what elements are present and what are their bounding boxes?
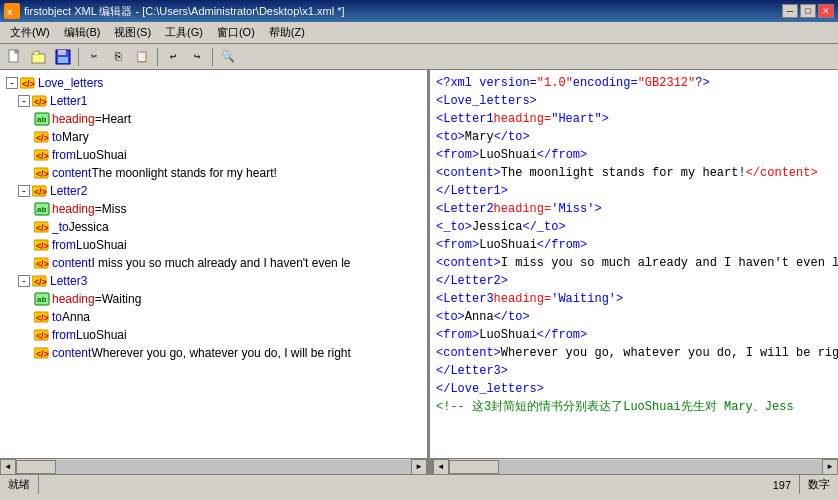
- app-icon: X: [4, 3, 20, 19]
- restore-button[interactable]: □: [800, 4, 816, 18]
- title-bar-buttons[interactable]: ─ □ ✕: [782, 4, 834, 18]
- list-item[interactable]: - < /> Letter2: [2, 182, 425, 200]
- toolbar-copy-button[interactable]: ⎘: [107, 46, 129, 68]
- svg-text:/>: />: [41, 241, 49, 251]
- list-item[interactable]: ab heading = Miss: [2, 200, 425, 218]
- list-item[interactable]: < /> from LuoShuai: [2, 236, 425, 254]
- list-item[interactable]: < /> to Anna: [2, 308, 425, 326]
- menu-tools[interactable]: 工具(G): [159, 23, 209, 42]
- scroll-right-button-right[interactable]: ►: [822, 459, 838, 475]
- scrollbar-panel: ◄ ► ◄ ►: [0, 458, 838, 474]
- list-item[interactable]: < /> content The moonlight stands for my…: [2, 164, 425, 182]
- expand-love-letters[interactable]: -: [6, 77, 18, 89]
- tree-panel: - < /> Love_letters - <: [0, 70, 430, 458]
- element-icon: < />: [34, 220, 50, 234]
- xml-line: <Love_letters>: [436, 92, 832, 110]
- list-item[interactable]: < /> from LuoShuai: [2, 146, 425, 164]
- xml-line: </Letter2>: [436, 272, 832, 290]
- window-title: firstobject XML 编辑器 - [C:\Users\Administ…: [24, 4, 345, 19]
- list-item[interactable]: < /> content Wherever you go, whatever y…: [2, 344, 425, 362]
- xml-source-panel[interactable]: <?xml version="1.0" encoding="GB2312"?> …: [430, 70, 838, 458]
- scroll-right-button[interactable]: ►: [411, 459, 427, 475]
- xml-line: <Letter1 heading="Heart">: [436, 110, 832, 128]
- toolbar-separator-2: [157, 48, 158, 66]
- title-bar-left: X firstobject XML 编辑器 - [C:\Users\Admini…: [4, 3, 345, 19]
- tree-attr-value: Waiting: [102, 292, 142, 306]
- toolbar-undo-button[interactable]: ↩: [162, 46, 184, 68]
- element-icon: < />: [34, 310, 50, 324]
- tree-node-label: from: [52, 148, 76, 162]
- list-item[interactable]: - < /> Letter1: [2, 92, 425, 110]
- svg-text:X: X: [7, 8, 13, 17]
- close-button[interactable]: ✕: [818, 4, 834, 18]
- toolbar-save-button[interactable]: [52, 46, 74, 68]
- xml-line: <_to>Jessica</_to>: [436, 218, 832, 236]
- menu-edit[interactable]: 编辑(B): [58, 23, 107, 42]
- element-icon: < />: [34, 238, 50, 252]
- svg-text:/>: />: [39, 97, 47, 107]
- scroll-track-left[interactable]: [16, 460, 411, 474]
- tree-node-label: to: [52, 130, 62, 144]
- menu-help[interactable]: 帮助(Z): [263, 23, 311, 42]
- svg-text:ab: ab: [37, 295, 46, 304]
- menu-file[interactable]: 文件(W): [4, 23, 56, 42]
- list-item[interactable]: < /> content I miss you so much already …: [2, 254, 425, 272]
- toolbar-paste-button[interactable]: 📋: [131, 46, 153, 68]
- svg-text:/>: />: [39, 277, 47, 287]
- toolbar-find-button[interactable]: 🔍: [217, 46, 239, 68]
- list-item[interactable]: - < /> Letter3: [2, 272, 425, 290]
- element-icon: < />: [34, 256, 50, 270]
- title-bar: X firstobject XML 编辑器 - [C:\Users\Admini…: [0, 0, 838, 22]
- xml-line: </Love_letters>: [436, 380, 832, 398]
- tree-attr-label: heading: [52, 202, 95, 216]
- list-item[interactable]: < /> to Mary: [2, 128, 425, 146]
- xml-line: <content>I miss you so much already and …: [436, 254, 832, 272]
- tree-node-label: Love_letters: [38, 76, 103, 90]
- tree-node-label: Letter2: [50, 184, 87, 198]
- scroll-thumb-left[interactable]: [16, 460, 56, 474]
- svg-text:/>: />: [39, 187, 47, 197]
- expand-letter3[interactable]: -: [18, 275, 30, 287]
- toolbar-open-button[interactable]: [28, 46, 50, 68]
- svg-rect-3: [32, 54, 45, 63]
- xml-line: <content>The moonlight stands for my hea…: [436, 164, 832, 182]
- minimize-button[interactable]: ─: [782, 4, 798, 18]
- expand-letter1[interactable]: -: [18, 95, 30, 107]
- list-item[interactable]: ab heading = Heart: [2, 110, 425, 128]
- svg-text:/>: />: [41, 313, 49, 323]
- tree-attr-eq: =: [95, 112, 102, 126]
- tree-node-label: Letter1: [50, 94, 87, 108]
- toolbar-separator-1: [78, 48, 79, 66]
- svg-text:/>: />: [41, 223, 49, 233]
- scroll-thumb-right[interactable]: [449, 460, 499, 474]
- toolbar-separator-3: [212, 48, 213, 66]
- xml-line: <!-- 这3封简短的情书分别表达了LuoShuai先生对 Mary、Jess: [436, 398, 832, 416]
- list-item[interactable]: < /> from LuoShuai: [2, 326, 425, 344]
- toolbar-redo-button[interactable]: ↪: [186, 46, 208, 68]
- tree-node-text: LuoShuai: [76, 238, 127, 252]
- scroll-track-right[interactable]: [449, 460, 822, 474]
- xml-line: <to>Anna</to>: [436, 308, 832, 326]
- toolbar-cut-button[interactable]: ✂: [83, 46, 105, 68]
- list-item[interactable]: < /> _to Jessica: [2, 218, 425, 236]
- menu-window[interactable]: 窗口(O): [211, 23, 261, 42]
- horizontal-scrollbar-right[interactable]: ◄ ►: [433, 459, 838, 474]
- tree-node-label: from: [52, 328, 76, 342]
- tree-node-label: from: [52, 238, 76, 252]
- xml-line: <Letter2 heading='Miss'>: [436, 200, 832, 218]
- menu-bar: 文件(W) 编辑(B) 视图(S) 工具(G) 窗口(O) 帮助(Z): [0, 22, 838, 44]
- element-icon: < />: [32, 94, 48, 108]
- horizontal-scrollbar-left[interactable]: ◄ ►: [0, 459, 430, 474]
- list-item[interactable]: ab heading = Waiting: [2, 290, 425, 308]
- expand-letter2[interactable]: -: [18, 185, 30, 197]
- scroll-left-button-right[interactable]: ◄: [433, 459, 449, 475]
- tree-node-label: content: [52, 166, 91, 180]
- menu-view[interactable]: 视图(S): [108, 23, 157, 42]
- list-item[interactable]: - < /> Love_letters: [2, 74, 425, 92]
- toolbar-new-button[interactable]: [4, 46, 26, 68]
- scroll-left-button[interactable]: ◄: [0, 459, 16, 475]
- xml-line: </Letter1>: [436, 182, 832, 200]
- xml-source-content: <?xml version="1.0" encoding="GB2312"?> …: [430, 70, 838, 420]
- element-icon: < />: [34, 148, 50, 162]
- svg-text:/>: />: [41, 349, 49, 359]
